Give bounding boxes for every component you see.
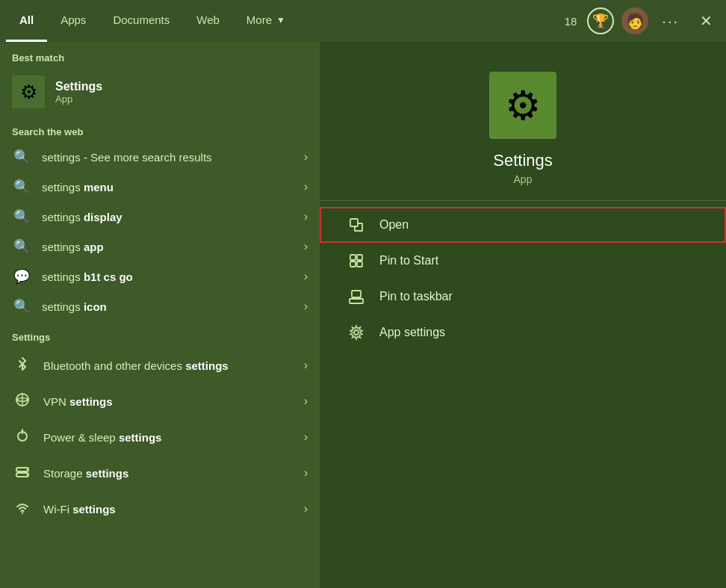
web-result-5-bold: b1t cs go (84, 270, 133, 283)
action-app-settings[interactable]: App settings (320, 315, 726, 350)
svg-rect-9 (350, 219, 358, 226)
avatar[interactable]: 🧑 (621, 7, 648, 34)
action-pin-start-label: Pin to Start (379, 254, 438, 267)
web-result-3-bold: display (84, 211, 122, 223)
app-preview-name: Settings (493, 151, 553, 170)
web-result-6[interactable]: 🔍 settings icon › (0, 291, 320, 321)
chevron-wifi: › (304, 502, 308, 516)
best-match-icon: ⚙ (12, 75, 45, 108)
wifi-text-prefix: Wi-Fi (43, 503, 72, 516)
web-result-4-prefix: settings (42, 241, 84, 253)
badge-count: 18 (565, 15, 577, 28)
close-button[interactable]: ✕ (692, 9, 720, 33)
tab-web[interactable]: Web (183, 0, 233, 42)
action-pin-taskbar[interactable]: Pin to taskbar (320, 279, 726, 315)
pin-start-icon (348, 253, 367, 269)
web-result-1[interactable]: 🔍 settings - See more search results › (0, 142, 320, 172)
web-result-4-bold: app (84, 241, 104, 253)
search-web-label: Search the web (0, 116, 320, 142)
bluetooth-icon (14, 356, 31, 376)
svg-point-8 (22, 512, 23, 513)
web-result-5[interactable]: 💬 settings b1t cs go › (0, 261, 320, 291)
chevron-vpn: › (304, 394, 308, 408)
settings-result-storage[interactable]: Storage settings › (0, 455, 320, 491)
web-result-4[interactable]: 🔍 settings app › (0, 232, 320, 261)
web-result-3[interactable]: 🔍 settings display › (0, 202, 320, 232)
chevron-5: › (304, 270, 308, 283)
app-settings-icon (348, 324, 367, 341)
svg-rect-14 (350, 299, 363, 303)
web-result-3-prefix: settings (42, 211, 84, 223)
svg-rect-13 (357, 261, 362, 267)
settings-result-wifi[interactable]: Wi-Fi settings › (0, 491, 320, 527)
web-result-1-suffix: - See more search results (84, 151, 212, 164)
action-pin-taskbar-label: Pin to taskbar (379, 290, 453, 303)
best-match-app-type: App (55, 93, 102, 105)
chevron-bluetooth: › (304, 359, 308, 372)
search-icon-2: 🔍 (12, 179, 31, 195)
settings-result-bluetooth[interactable]: Bluetooth and other devices settings › (0, 347, 320, 383)
search-icon-4: 🔍 (12, 238, 31, 255)
more-dropdown-icon: ▼ (276, 15, 285, 25)
chevron-3: › (304, 210, 308, 223)
app-preview: ⚙ Settings App (320, 72, 726, 201)
settings-section-label: Settings (0, 321, 320, 347)
bluetooth-text-bold: settings (185, 359, 229, 372)
pin-taskbar-icon (348, 288, 367, 305)
tab-all[interactable]: All (6, 0, 47, 42)
action-pin-start[interactable]: Pin to Start (320, 243, 726, 279)
action-open-label: Open (379, 218, 409, 232)
chevron-1: › (304, 150, 308, 164)
search-icon-1: 🔍 (12, 149, 31, 165)
settings-result-vpn[interactable]: VPN settings › (0, 383, 320, 419)
settings-result-power[interactable]: Power & sleep settings › (0, 419, 320, 455)
vpn-text-bold: settings (69, 395, 113, 408)
vpn-icon (14, 392, 31, 412)
top-navigation: All Apps Documents Web More ▼ 18 🏆 🧑 ···… (0, 0, 726, 42)
web-result-5-prefix: settings (42, 270, 84, 283)
trophy-button[interactable]: 🏆 (587, 7, 614, 34)
chevron-4: › (304, 240, 308, 253)
svg-rect-11 (357, 255, 362, 260)
best-match-item[interactable]: ⚙ Settings App (0, 68, 320, 116)
svg-point-7 (26, 474, 28, 475)
power-icon (14, 427, 31, 448)
web-result-6-bold: icon (84, 300, 107, 313)
vpn-text-prefix: VPN (43, 395, 69, 408)
tab-documents[interactable]: Documents (99, 0, 183, 42)
svg-rect-15 (352, 291, 361, 297)
search-icon-3: 🔍 (12, 208, 31, 225)
chat-icon-5: 💬 (12, 268, 31, 285)
web-result-2-prefix: settings (42, 181, 84, 194)
open-icon (348, 217, 367, 233)
web-result-1-prefix: settings (42, 151, 81, 164)
action-open[interactable]: Open (320, 207, 726, 243)
chevron-6: › (304, 300, 308, 313)
storage-icon (14, 463, 31, 483)
more-options-button[interactable]: ··· (656, 10, 685, 33)
chevron-2: › (304, 180, 308, 194)
best-match-label: Best match (0, 42, 320, 68)
web-result-6-prefix: settings (42, 300, 84, 313)
wifi-text-bold: settings (72, 503, 116, 516)
storage-text-prefix: Storage (43, 467, 86, 480)
svg-point-16 (354, 330, 359, 335)
tab-more[interactable]: More ▼ (233, 0, 299, 42)
web-result-2-bold: menu (84, 181, 114, 194)
storage-text-bold: settings (86, 467, 129, 480)
right-panel: ⚙ Settings App Open (320, 42, 726, 588)
tab-apps[interactable]: Apps (47, 0, 99, 42)
best-match-text: Settings App (55, 80, 102, 105)
svg-point-6 (26, 468, 28, 470)
power-text-prefix: Power & sleep (43, 431, 119, 444)
web-result-2[interactable]: 🔍 settings menu › (0, 172, 320, 202)
power-text-bold: settings (119, 431, 162, 444)
chevron-power: › (304, 430, 308, 444)
chevron-storage: › (304, 466, 308, 480)
trophy-icon: 🏆 (592, 13, 609, 29)
action-list: Open Pin to Start (320, 201, 726, 350)
svg-rect-10 (350, 255, 356, 260)
svg-rect-12 (350, 261, 356, 267)
bluetooth-text-prefix: Bluetooth and other devices (43, 359, 185, 372)
avatar-icon: 🧑 (626, 12, 645, 30)
